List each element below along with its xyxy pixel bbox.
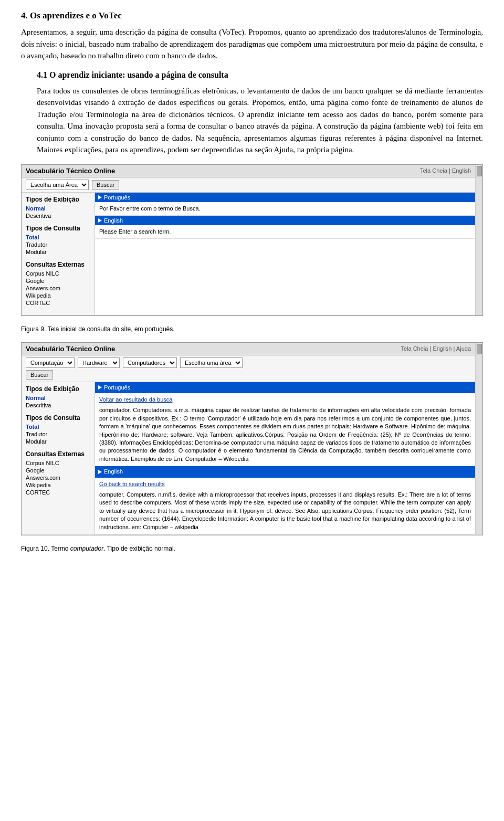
fig9-tipos-exibicao-title: Tipos de Exibição — [26, 196, 90, 203]
fig10-area-select[interactable]: Escolha uma área — [180, 357, 243, 368]
caption10-prefix: Figura 10. Termo — [21, 545, 70, 552]
fig10-consultas-externas-title: Consultas Externas — [26, 450, 90, 458]
section-heading-4: 4. Os aprendizes e o VoTec — [21, 10, 483, 21]
fig9-tela-cheia-link[interactable]: Tela Cheia — [420, 167, 447, 174]
fig9-en-header: English — [95, 216, 475, 225]
fig10-topbar-row1: Computação Hardware Computadores Escolha… — [26, 357, 471, 368]
fig9-site-title: Vocabulário Técnico Online — [26, 167, 115, 175]
fig10-tipos-exibicao-section: Tipos de Exibição Normal Descritiva — [26, 385, 90, 409]
fig9-answers-item[interactable]: Answers.com — [26, 285, 90, 292]
fig9-pt-block: Português Por Favor entre com o termo de… — [95, 193, 475, 216]
fig10-normal-item[interactable]: Normal — [26, 394, 90, 402]
fig10-header-links: Tela Cheia | English | Ajuda — [401, 345, 471, 352]
fig9-scrollbar[interactable] — [475, 165, 482, 315]
fig10-cortec-item[interactable]: CORTEC — [26, 489, 90, 496]
fig9-header: Vocabulário Técnico Online Tela Cheia | … — [22, 165, 475, 177]
fig10-scrollbar-thumb[interactable] — [477, 344, 482, 354]
fig10-site-title: Vocabulário Técnico Online — [26, 345, 115, 353]
fig9-tipos-consulta-section: Tipos de Consulta Total Tradutor Modular — [26, 225, 90, 256]
fig10-computacao-select[interactable]: Computação — [26, 357, 75, 368]
fig9-modular-item[interactable]: Modular — [26, 248, 90, 256]
fig10-descritiva-item[interactable]: Descritiva — [26, 402, 90, 409]
fig10-pt-triangle — [98, 385, 102, 390]
fig9-search-button[interactable]: Buscar — [92, 180, 119, 190]
fig10-sidebar: Tipos de Exibição Normal Descritiva Tipo… — [22, 382, 95, 534]
fig10-pt-back-link[interactable]: Voltar ao resultado da busca — [99, 396, 172, 403]
fig10-pt-header: Português — [95, 382, 475, 394]
paragraph-1: Apresentamos, a seguir, uma descrição da… — [21, 26, 483, 62]
fig10-corpus-nilc-item[interactable]: Corpus NILC — [26, 459, 90, 467]
fig9-consultas-externas-title: Consultas Externas — [26, 261, 90, 268]
fig9-header-links: Tela Cheia | English — [420, 167, 471, 174]
fig10-en-content: Go back to search results computer. Comp… — [95, 478, 475, 534]
fig9-cortec-item[interactable]: CORTEC — [26, 299, 90, 307]
fig10-pt-text: computador. Computadores. s.m.s. máquina… — [99, 406, 471, 463]
figure-10-screenshot: Vocabulário Técnico Online Tela Cheia | … — [21, 342, 483, 535]
fig9-pt-content: Por Favor entre com o termo de Busca. — [95, 202, 475, 216]
fig10-en-text: computer. Computers. n.m/f.s. device wit… — [99, 491, 471, 531]
fig9-total-item[interactable]: Total — [26, 234, 90, 241]
fig9-wikipedia-item[interactable]: Wikipedia — [26, 292, 90, 299]
fig9-tipos-exibicao-section: Tipos de Exibição Normal Descritiva — [26, 196, 90, 219]
fig9-pt-triangle — [98, 195, 102, 199]
fig9-descritiva-item[interactable]: Descritiva — [26, 212, 90, 219]
fig9-topbar: Escolha uma Área Buscar — [22, 177, 475, 193]
fig10-header: Vocabulário Técnico Online Tela Cheia | … — [22, 343, 475, 355]
fig9-sidebar: Tipos de Exibição Normal Descritiva Tipo… — [22, 193, 95, 315]
fig9-en-triangle — [98, 218, 102, 223]
fig10-tipos-consulta-title: Tipos de Consulta — [26, 414, 90, 422]
fig10-total-item[interactable]: Total — [26, 423, 90, 430]
fig9-consultas-externas-section: Consultas Externas Corpus NILC Google An… — [26, 261, 90, 307]
fig10-search-button[interactable]: Buscar — [26, 370, 53, 380]
fig9-pt-lang-label: Português — [104, 194, 130, 201]
fig10-computadores-select[interactable]: Computadores — [123, 357, 177, 368]
fig10-pt-lang-label: Português — [104, 384, 130, 392]
fig9-english-link[interactable]: English — [452, 167, 471, 174]
fig10-modular-item[interactable]: Modular — [26, 438, 90, 445]
fig10-hardware-select[interactable]: Hardware — [78, 357, 120, 368]
fig9-en-block: English Please Enter a search term. — [95, 216, 475, 239]
fig9-en-lang-label: English — [104, 217, 123, 224]
caption-10: Figura 10. Termo computador. Tipo de exi… — [21, 544, 483, 553]
fig10-pt-block: Português Voltar ao resultado da busca c… — [95, 382, 475, 467]
caption-9: Figura 9. Tela inicial de consulta do si… — [21, 324, 483, 334]
fig10-topbar: Computação Hardware Computadores Escolha… — [22, 355, 475, 382]
fig10-scrollbar[interactable] — [475, 343, 482, 534]
paragraph-2: Para todos os consulentes de obras termi… — [37, 85, 483, 156]
fig9-normal-item[interactable]: Normal — [26, 205, 90, 212]
fig10-tela-cheia-link[interactable]: Tela Cheia — [401, 345, 428, 352]
fig10-en-block: English Go back to search results comput… — [95, 466, 475, 534]
fig10-ajuda-link[interactable]: Ajuda — [456, 345, 471, 352]
fig9-pt-header: Português — [95, 193, 475, 202]
fig9-google-item[interactable]: Google — [26, 277, 90, 285]
fig10-consultas-externas-section: Consultas Externas Corpus NILC Google An… — [26, 450, 90, 496]
fig10-tipos-consulta-section: Tipos de Consulta Total Tradutor Modular — [26, 414, 90, 445]
fig10-english-link[interactable]: English — [433, 345, 452, 352]
fig10-tipos-exibicao-title: Tipos de Exibição — [26, 385, 90, 393]
fig10-pt-content: Voltar ao resultado da busca computador.… — [95, 393, 475, 466]
caption10-suffix: . Tipo de exibição normal. — [103, 545, 175, 552]
fig9-en-text: Please Enter a search term. — [99, 228, 471, 236]
fig10-en-triangle — [98, 470, 102, 474]
fig9-corpus-nilc-item[interactable]: Corpus NILC — [26, 270, 90, 277]
fig9-main-content: Português Por Favor entre com o termo de… — [95, 193, 475, 315]
fig10-en-lang-label: English — [104, 468, 123, 476]
fig10-answers-item[interactable]: Answers.com — [26, 474, 90, 481]
fig9-tipos-consulta-title: Tipos de Consulta — [26, 225, 90, 232]
fig10-main-content: Português Voltar ao resultado da busca c… — [95, 382, 475, 534]
fig10-body: Tipos de Exibição Normal Descritiva Tipo… — [22, 382, 475, 534]
fig9-body: Tipos de Exibição Normal Descritiva Tipo… — [22, 193, 475, 315]
fig10-google-item[interactable]: Google — [26, 467, 90, 474]
fig9-tradutor-item[interactable]: Tradutor — [26, 241, 90, 248]
fig10-en-back-link[interactable]: Go back to search results — [99, 481, 165, 487]
fig9-en-content: Please Enter a search term. — [95, 225, 475, 239]
fig10-tradutor-item[interactable]: Tradutor — [26, 430, 90, 438]
fig10-en-header: English — [95, 466, 475, 478]
caption10-italic: computador — [70, 545, 103, 552]
figure-9-screenshot: Vocabulário Técnico Online Tela Cheia | … — [21, 164, 483, 316]
fig9-pt-text: Por Favor entre com o termo de Busca. — [99, 205, 471, 213]
fig10-wikipedia-item[interactable]: Wikipedia — [26, 481, 90, 489]
fig9-area-select[interactable]: Escolha uma Área — [26, 180, 89, 190]
fig10-topbar-row2: Buscar — [26, 370, 471, 380]
fig9-scrollbar-thumb[interactable] — [477, 166, 482, 176]
